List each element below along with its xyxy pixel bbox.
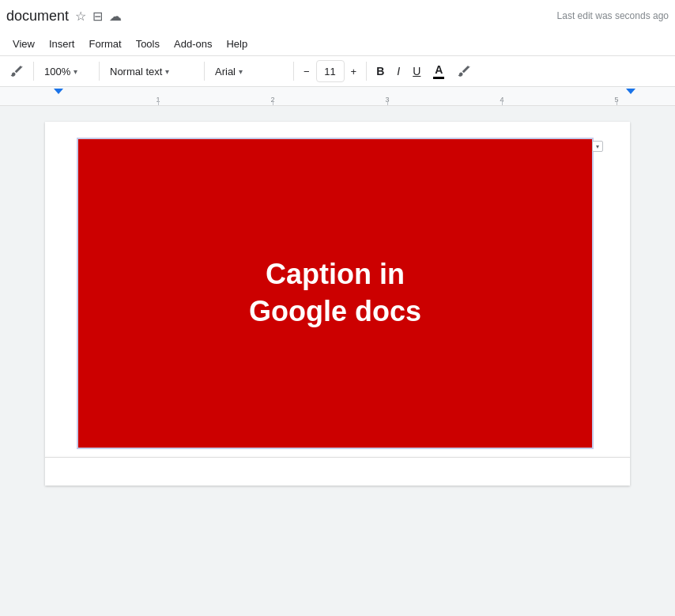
title-bar: document ☆ ⊟ ☁ Last edit was seconds ago: [0, 0, 675, 32]
text-color-icon: A: [433, 63, 444, 79]
font-size-input[interactable]: [316, 60, 345, 82]
font-value: Arial: [215, 66, 236, 77]
text-color-bar: [433, 77, 444, 79]
menu-bar: View Insert Format Tools Add-ons Help: [0, 32, 675, 55]
underline-button[interactable]: U: [408, 59, 425, 83]
ruler-tab-left[interactable]: [54, 89, 63, 94]
menu-view[interactable]: View: [6, 35, 41, 53]
separator-3: [204, 62, 205, 81]
menu-format[interactable]: Format: [82, 35, 127, 53]
image-wrapper[interactable]: ▾ Caption in Google docs: [77, 138, 594, 449]
text-style-chevron: ▾: [165, 67, 169, 76]
separator-5: [366, 62, 367, 81]
ruler-line-2: [273, 100, 273, 105]
title-icons: ☆ ⊟ ☁: [75, 9, 122, 24]
ruler-line-3: [387, 100, 388, 105]
ruler-inner: 1 2 3 4 5: [0, 87, 675, 105]
font-size-increase-button[interactable]: +: [346, 59, 362, 83]
ruler: 1 2 3 4 5: [0, 87, 675, 106]
ruler-line-1: [158, 100, 159, 105]
menu-insert[interactable]: Insert: [43, 35, 81, 53]
caption-image: Caption in Google docs: [78, 139, 592, 448]
last-edit-status: Last edit was seconds ago: [557, 10, 669, 21]
ruler-tab-right[interactable]: [626, 89, 635, 94]
font-chevron: ▾: [239, 67, 243, 76]
separator-4: [293, 62, 294, 81]
text-style-value: Normal text: [110, 66, 162, 77]
zoom-select[interactable]: 100% ▾: [39, 59, 94, 83]
ruler-line-4: [502, 100, 503, 105]
star-icon[interactable]: ☆: [75, 9, 86, 24]
font-size-area: − +: [299, 59, 361, 83]
scroll-indicator[interactable]: ▾: [592, 141, 603, 152]
font-size-decrease-button[interactable]: −: [299, 59, 315, 83]
folder-icon[interactable]: ⊟: [92, 9, 103, 24]
cloud-icon[interactable]: ☁: [109, 9, 122, 24]
menu-addons[interactable]: Add-ons: [168, 35, 218, 53]
text-style-select[interactable]: Normal text ▾: [104, 59, 199, 83]
toolbar: 100% ▾ Normal text ▾ Arial ▾ − + B I U A: [0, 55, 675, 87]
bold-button[interactable]: B: [371, 59, 389, 83]
menu-help[interactable]: Help: [220, 35, 254, 53]
caption-image-text: Caption in Google docs: [249, 256, 421, 331]
document-title[interactable]: document: [6, 8, 69, 25]
separator-1: [33, 62, 34, 81]
highlight-button[interactable]: [452, 59, 476, 83]
paint-format-button[interactable]: [5, 59, 28, 83]
ruler-line-5: [617, 100, 617, 105]
zoom-value: 100%: [44, 66, 70, 77]
separator-2: [99, 62, 100, 81]
zoom-chevron: ▾: [74, 67, 77, 76]
document-area: ▾ Caption in Google docs: [0, 106, 675, 616]
italic-button[interactable]: I: [392, 59, 405, 83]
caption-row[interactable]: [45, 457, 630, 486]
font-select[interactable]: Arial ▾: [209, 59, 288, 83]
page: ▾ Caption in Google docs: [45, 122, 630, 457]
text-color-button[interactable]: A: [428, 59, 449, 83]
menu-tools[interactable]: Tools: [130, 35, 166, 53]
